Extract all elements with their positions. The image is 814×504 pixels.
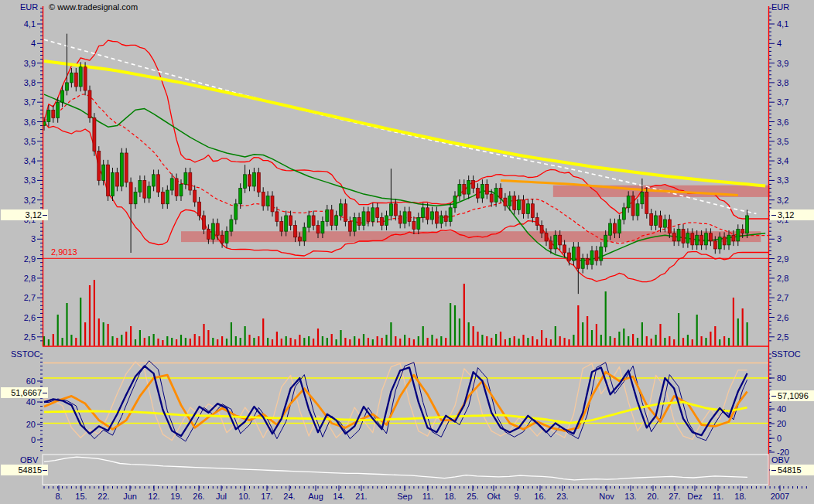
level-line-label: 2,9013 bbox=[51, 247, 77, 257]
price-axis-unit-right: EUR bbox=[771, 2, 789, 12]
svg-text:22.: 22. bbox=[97, 492, 109, 501]
svg-text:Nov: Nov bbox=[599, 492, 614, 501]
svg-text:2,8: 2,8 bbox=[777, 274, 788, 283]
svg-text:Jul: Jul bbox=[216, 492, 227, 501]
svg-text:3,9: 3,9 bbox=[24, 59, 36, 68]
svg-text:3,8: 3,8 bbox=[777, 78, 788, 87]
svg-text:14.: 14. bbox=[333, 492, 344, 501]
svg-text:20: 20 bbox=[777, 419, 786, 428]
svg-text:2,9: 2,9 bbox=[777, 254, 788, 264]
svg-text:11.: 11. bbox=[713, 492, 723, 501]
copyright-text: © www.tradesignal.com bbox=[49, 2, 138, 12]
svg-text:26.: 26. bbox=[193, 492, 204, 501]
svg-text:3: 3 bbox=[31, 234, 36, 243]
svg-text:4: 4 bbox=[31, 39, 36, 48]
svg-text:3,3: 3,3 bbox=[777, 175, 788, 185]
sstoc-panel-title-left: SSTOC bbox=[11, 349, 40, 359]
svg-text:Aug: Aug bbox=[308, 492, 323, 501]
svg-text:10.: 10. bbox=[238, 492, 250, 501]
svg-text:3,2: 3,2 bbox=[24, 196, 36, 205]
svg-text:3,2: 3,2 bbox=[777, 196, 788, 205]
svg-text:4,1: 4,1 bbox=[24, 19, 36, 29]
price-axis-unit-left: EUR bbox=[20, 2, 38, 12]
svg-text:17.: 17. bbox=[261, 492, 272, 501]
svg-text:19.: 19. bbox=[170, 492, 182, 501]
last-price-badge-right: 3,12 bbox=[770, 209, 814, 220]
svg-text:80: 80 bbox=[777, 373, 786, 383]
svg-text:25.: 25. bbox=[467, 492, 478, 501]
svg-text:3,4: 3,4 bbox=[777, 156, 788, 165]
svg-text:16.: 16. bbox=[534, 492, 546, 501]
last-price-badge-left: 3,12 bbox=[1, 209, 48, 220]
svg-text:3,4: 3,4 bbox=[24, 156, 36, 165]
svg-text:2,6: 2,6 bbox=[24, 313, 36, 322]
svg-text:3,3: 3,3 bbox=[24, 175, 36, 185]
svg-text:13.: 13. bbox=[624, 492, 636, 501]
svg-text:8.: 8. bbox=[55, 492, 62, 501]
tradesignal-chart-window: 4,14,1443,93,93,83,83,73,73,63,63,53,53,… bbox=[0, 0, 814, 504]
svg-text:3,8: 3,8 bbox=[24, 78, 36, 87]
svg-text:20: 20 bbox=[26, 420, 36, 429]
svg-text:3,7: 3,7 bbox=[24, 97, 36, 107]
svg-text:3,6: 3,6 bbox=[777, 117, 788, 127]
svg-text:40: 40 bbox=[26, 397, 36, 407]
svg-text:Dez: Dez bbox=[687, 492, 703, 501]
svg-text:0: 0 bbox=[31, 435, 36, 444]
svg-text:2,7: 2,7 bbox=[777, 293, 788, 302]
svg-text:20.: 20. bbox=[647, 492, 658, 501]
svg-text:3,7: 3,7 bbox=[777, 97, 788, 107]
chart-canvas[interactable]: 4,14,1443,93,93,83,83,73,73,63,63,53,53,… bbox=[0, 0, 814, 504]
svg-text:4: 4 bbox=[777, 39, 782, 48]
svg-text:Okt: Okt bbox=[487, 492, 500, 501]
svg-text:18.: 18. bbox=[444, 492, 456, 501]
svg-text:23.: 23. bbox=[556, 492, 568, 501]
svg-text:3,6: 3,6 bbox=[24, 117, 36, 127]
svg-text:4,1: 4,1 bbox=[777, 19, 788, 29]
svg-text:2,7: 2,7 bbox=[24, 293, 36, 302]
svg-text:Sep: Sep bbox=[397, 492, 412, 501]
sstoc-panel-title-right: SSTOC bbox=[771, 349, 801, 359]
obv-value-badge-right: 54815 bbox=[770, 465, 814, 475]
sstoc-value-badge-left: 51,6667 bbox=[1, 387, 48, 398]
svg-text:3,5: 3,5 bbox=[24, 137, 36, 146]
svg-text:40: 40 bbox=[777, 404, 786, 414]
svg-text:18.: 18. bbox=[734, 492, 746, 501]
svg-text:15.: 15. bbox=[75, 492, 87, 501]
svg-text:2,5: 2,5 bbox=[777, 332, 788, 342]
svg-text:27.: 27. bbox=[669, 492, 680, 501]
svg-text:Jun: Jun bbox=[123, 492, 137, 501]
svg-text:2007: 2007 bbox=[771, 492, 789, 501]
svg-text:11.: 11. bbox=[422, 492, 433, 501]
svg-text:24.: 24. bbox=[283, 492, 295, 501]
svg-text:0: 0 bbox=[777, 434, 782, 443]
svg-text:21.: 21. bbox=[355, 492, 367, 501]
svg-text:9.: 9. bbox=[514, 492, 521, 501]
svg-text:60: 60 bbox=[26, 376, 36, 386]
obv-panel-title-left: OBV bbox=[20, 455, 38, 465]
svg-text:2,5: 2,5 bbox=[24, 332, 36, 342]
svg-text:2,9: 2,9 bbox=[24, 254, 36, 264]
svg-text:3,5: 3,5 bbox=[777, 137, 788, 146]
sstoc-value-badge-right: 57,1096 bbox=[770, 390, 814, 401]
obv-panel-title-right: OBV bbox=[771, 455, 789, 465]
obv-value-badge-left: 54815 bbox=[1, 465, 48, 475]
svg-text:3: 3 bbox=[777, 234, 782, 243]
svg-text:2,6: 2,6 bbox=[777, 313, 788, 322]
svg-text:2,8: 2,8 bbox=[24, 274, 36, 283]
svg-text:3,9: 3,9 bbox=[777, 59, 788, 68]
svg-text:12.: 12. bbox=[148, 492, 159, 501]
